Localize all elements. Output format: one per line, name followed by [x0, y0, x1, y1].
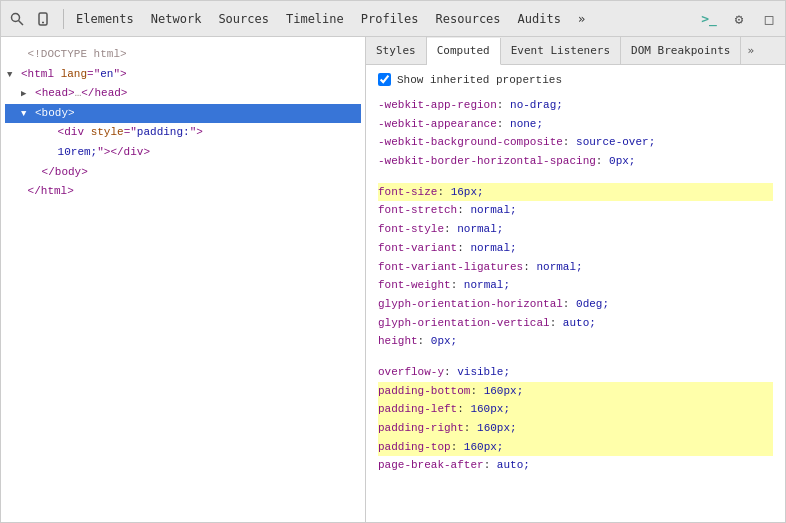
css-prop-font-weight: font-weight: normal;	[378, 276, 773, 295]
devtools-container: Elements Network Sources Timeline Profil…	[0, 0, 786, 523]
dom-line-div2[interactable]: 10rem;"></div>	[5, 143, 361, 163]
show-inherited-label[interactable]: Show inherited properties	[397, 74, 562, 86]
svg-line-1	[19, 20, 24, 25]
dom-line-body-close[interactable]: </body>	[5, 163, 361, 183]
right-panel: Styles Computed Event Listeners DOM Brea…	[366, 37, 785, 522]
css-prop-padding-top: padding-top: 160px;	[378, 438, 773, 457]
dock-button[interactable]: □	[757, 7, 781, 31]
dom-line-body[interactable]: <body>	[5, 104, 361, 124]
css-prop-font-variant-ligatures: font-variant-ligatures: normal;	[378, 258, 773, 277]
css-prop-font-stretch: font-stretch: normal;	[378, 201, 773, 220]
css-prop-padding-right: padding-right: 160px;	[378, 419, 773, 438]
search-icon[interactable]	[5, 7, 29, 31]
dom-line-div1[interactable]: <div style="padding:">	[5, 123, 361, 143]
head-triangle[interactable]	[21, 87, 26, 99]
css-prop-padding-left: padding-left: 160px;	[378, 400, 773, 419]
main-content: <!DOCTYPE html> <html lang="en"> <head>……	[1, 37, 785, 522]
terminal-button[interactable]: >_	[697, 7, 721, 31]
panel-tab-styles[interactable]: Styles	[366, 37, 427, 64]
css-prop-webkit-bg-composite: -webkit-background-composite: source-ove…	[378, 133, 773, 152]
body-triangle[interactable]	[21, 107, 26, 119]
left-panel: <!DOCTYPE html> <html lang="en"> <head>……	[1, 37, 366, 522]
tab-audits[interactable]: Audits	[510, 1, 570, 36]
panel-tab-computed[interactable]: Computed	[427, 38, 501, 65]
panel-tabs: Styles Computed Event Listeners DOM Brea…	[366, 37, 785, 65]
css-prop-height: height: 0px;	[378, 332, 773, 351]
mobile-icon[interactable]	[31, 7, 55, 31]
tab-network[interactable]: Network	[143, 1, 211, 36]
show-inherited-row: Show inherited properties	[378, 73, 773, 86]
tab-resources[interactable]: Resources	[428, 1, 510, 36]
css-prop-page-break-after: page-break-after: auto;	[378, 456, 773, 475]
dom-line-html-close[interactable]: </html>	[5, 182, 361, 202]
css-prop-font-variant: font-variant: normal;	[378, 239, 773, 258]
css-prop-webkit-border-h: -webkit-border-horizontal-spacing: 0px;	[378, 152, 773, 171]
tab-sources[interactable]: Sources	[210, 1, 278, 36]
tab-elements[interactable]: Elements	[68, 1, 143, 36]
css-separator-1	[378, 175, 773, 183]
dom-line-html[interactable]: <html lang="en">	[5, 65, 361, 85]
toolbar-tabs: Elements Network Sources Timeline Profil…	[68, 1, 697, 36]
tab-timeline[interactable]: Timeline	[278, 1, 353, 36]
css-prop-webkit-app-region: -webkit-app-region: no-drag;	[378, 96, 773, 115]
toolbar-icons	[5, 7, 55, 31]
css-section-webkit: -webkit-app-region: no-drag; -webkit-app…	[378, 96, 773, 171]
panel-tab-dom-breakpoints[interactable]: DOM Breakpoints	[621, 37, 741, 64]
computed-content: Show inherited properties -webkit-app-re…	[366, 65, 785, 522]
html-triangle[interactable]	[7, 68, 12, 80]
settings-button[interactable]: ⚙	[727, 7, 751, 31]
css-prop-webkit-appearance: -webkit-appearance: none;	[378, 115, 773, 134]
dom-line-head[interactable]: <head>…</head>	[5, 84, 361, 104]
css-prop-glyph-h: glyph-orientation-horizontal: 0deg;	[378, 295, 773, 314]
css-prop-glyph-v: glyph-orientation-vertical: auto;	[378, 314, 773, 333]
tab-more[interactable]: »	[570, 1, 594, 36]
css-section-font: font-size: 16px; font-stretch: normal; f…	[378, 183, 773, 351]
css-prop-overflow-y: overflow-y: visible;	[378, 363, 773, 382]
dom-tree: <!DOCTYPE html> <html lang="en"> <head>……	[1, 37, 365, 210]
panel-tab-event-listeners[interactable]: Event Listeners	[501, 37, 621, 64]
css-prop-padding-bottom: padding-bottom: 160px;	[378, 382, 773, 401]
toolbar-right: >_ ⚙ □	[697, 7, 781, 31]
toolbar: Elements Network Sources Timeline Profil…	[1, 1, 785, 37]
css-section-padding: overflow-y: visible; padding-bottom: 160…	[378, 363, 773, 475]
toolbar-divider	[63, 9, 64, 29]
panel-tab-more[interactable]: »	[741, 44, 760, 57]
tab-profiles[interactable]: Profiles	[353, 1, 428, 36]
css-prop-font-style: font-style: normal;	[378, 220, 773, 239]
show-inherited-checkbox[interactable]	[378, 73, 391, 86]
svg-point-0	[12, 13, 20, 21]
css-prop-font-size: font-size: 16px;	[378, 183, 773, 202]
dom-line-doctype[interactable]: <!DOCTYPE html>	[5, 45, 361, 65]
css-separator-2	[378, 355, 773, 363]
